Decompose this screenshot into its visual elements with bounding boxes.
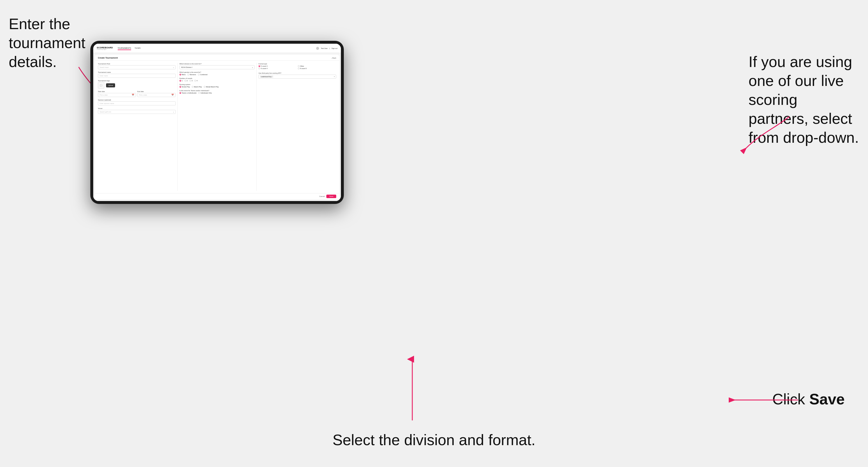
sponsor-input[interactable]: Enter sponsor name: [98, 101, 176, 105]
name-group: Tournament name Enter name: [98, 71, 176, 78]
gender-combined-radio[interactable]: [198, 74, 199, 75]
name-input[interactable]: Enter name: [98, 74, 176, 78]
teams-teams[interactable]: Teams (+Individuals): [180, 92, 197, 94]
format-type-grid: 5 count 4 Other 6 count 4: [258, 65, 336, 69]
cancel-button[interactable]: Cancel: [319, 195, 325, 197]
gender-combined[interactable]: Combined: [198, 74, 208, 75]
gender-mens-radio[interactable]: [180, 74, 181, 75]
navbar-right: Test User | Sign out: [316, 47, 337, 50]
main-content: Create Tournament Back Tournament Host S…: [93, 53, 341, 201]
upload-button[interactable]: Upload: [106, 83, 115, 87]
form-title: Create Tournament: [98, 57, 118, 59]
user-name: Test User: [321, 48, 328, 49]
rounds-3[interactable]: 3: [189, 80, 193, 82]
teams-label: Is this event for Teams and/or Individua…: [180, 90, 255, 91]
format-other[interactable]: Other: [298, 65, 336, 67]
rounds-2-radio[interactable]: [184, 80, 186, 82]
rounds-4[interactable]: 4: [194, 80, 197, 82]
sponsor-group: Sponsor (optional) Enter sponsor name: [98, 99, 176, 105]
arrow-bottomright: [716, 391, 804, 409]
start-date-label: Start date: [98, 91, 136, 92]
end-date-group: End date Pick a date 📅: [137, 91, 176, 97]
host-group: Tournament Host Search team ▾: [98, 63, 176, 69]
live-scoring-select[interactable]: Leaderboard King × ▾: [258, 74, 336, 79]
venue-group: Venue Search golf club ▾: [98, 107, 176, 114]
scoring-stroke[interactable]: Stroke Play: [180, 86, 190, 88]
pipe-separator: |: [329, 48, 330, 49]
scoring-match-radio[interactable]: [192, 86, 193, 88]
form-col-3: Format type 5 count 4 Other: [257, 63, 336, 191]
division-group: Which division is the event for? NCAA Di…: [180, 63, 255, 69]
host-chevron-icon: ▾: [173, 66, 174, 68]
live-scoring-chevron-icon: ▾: [334, 76, 335, 77]
venue-label: Venue: [98, 107, 176, 109]
host-label: Tournament Host: [98, 63, 176, 65]
logo-group: Tournament logo Upload: [98, 80, 176, 89]
rounds-1-radio[interactable]: [180, 80, 181, 82]
calendar-icon-end: 📅: [171, 94, 174, 96]
venue-input[interactable]: Search golf club ▾: [98, 110, 176, 114]
division-label: Which division is the event for?: [180, 63, 255, 65]
form-body: Tournament Host Search team ▾ Tournament…: [95, 61, 339, 193]
navbar: SCOREBOARD Powered by clippd TOURNAMENTS…: [93, 44, 341, 53]
rounds-1[interactable]: 1: [180, 80, 183, 82]
tablet: SCOREBOARD Powered by clippd TOURNAMENTS…: [90, 41, 344, 204]
back-link[interactable]: Back: [331, 57, 336, 59]
rounds-2[interactable]: 2: [184, 80, 188, 82]
gender-womens-radio[interactable]: [187, 74, 189, 75]
teams-individuals[interactable]: Individuals Only: [198, 92, 212, 94]
form-header: Create Tournament Back: [95, 55, 339, 61]
annotation-bottomcenter: Select the division and format.: [332, 431, 536, 449]
arrow-topright: [722, 111, 795, 154]
tag-close-icon[interactable]: ×: [272, 76, 273, 77]
gender-womens[interactable]: Womens: [187, 74, 196, 75]
rounds-4-radio[interactable]: [194, 80, 196, 82]
tab-teams[interactable]: TEAMS: [135, 46, 141, 50]
format-6count5-radio[interactable]: [298, 68, 300, 69]
scoring-label: Scoring system: [180, 84, 255, 85]
brand-sub: Powered by clippd: [97, 49, 113, 50]
rounds-label: Number of rounds: [180, 77, 255, 79]
format-6count4-radio[interactable]: [258, 68, 260, 69]
form-col-2: Which division is the event for? NCAA Di…: [178, 63, 257, 191]
live-scoring-label: Use third-party live scoring API?: [258, 72, 336, 74]
teams-group: Is this event for Teams and/or Individua…: [180, 90, 255, 94]
signout-link[interactable]: Sign out: [332, 48, 337, 49]
form-footer: Cancel Save: [95, 193, 339, 199]
scoring-medal-radio[interactable]: [204, 86, 206, 88]
brand-name: SCOREBOARD: [97, 46, 113, 49]
host-input[interactable]: Search team ▾: [98, 65, 176, 69]
scoring-medal[interactable]: Medal Match Play: [204, 86, 219, 88]
format-type-group: Format type 5 count 4 Other: [258, 63, 336, 69]
division-select[interactable]: NCAA Division I ▾: [180, 65, 255, 69]
logo-placeholder: [98, 82, 104, 89]
teams-individuals-radio[interactable]: [198, 92, 200, 94]
logo-upload-area: Upload: [98, 82, 176, 89]
live-scoring-tag: Leaderboard King ×: [260, 75, 273, 78]
rounds-3-radio[interactable]: [189, 80, 191, 82]
venue-chevron-icon: ▾: [173, 111, 174, 113]
format-6count4[interactable]: 6 count 4: [258, 68, 297, 69]
gender-radio-group: Mens Womens Combined: [180, 74, 255, 75]
user-avatar: [316, 47, 319, 50]
teams-teams-radio[interactable]: [180, 92, 181, 94]
division-chevron-icon: ▾: [252, 66, 253, 68]
live-scoring-tags: Leaderboard King ×: [260, 75, 273, 78]
scoring-match[interactable]: Match Play: [192, 86, 202, 88]
format-5count4-radio[interactable]: [258, 65, 260, 67]
gender-group: Which gender is the event for? Mens Wome…: [180, 71, 255, 75]
format-5count4[interactable]: 5 count 4: [258, 65, 297, 67]
form-col-1: Tournament Host Search team ▾ Tournament…: [98, 63, 178, 191]
tab-tournaments[interactable]: TOURNAMENTS: [118, 46, 131, 50]
start-date-group: Start date Pick a date 📅: [98, 91, 136, 97]
format-other-radio[interactable]: [298, 65, 300, 67]
format-6count5[interactable]: 6 count 5: [298, 68, 336, 69]
teams-radio-group: Teams (+Individuals) Individuals Only: [180, 92, 255, 94]
save-button[interactable]: Save: [326, 195, 336, 198]
gender-label: Which gender is the event for?: [180, 71, 255, 73]
scoring-stroke-radio[interactable]: [180, 86, 181, 88]
gender-mens[interactable]: Mens: [180, 74, 186, 75]
tablet-screen: SCOREBOARD Powered by clippd TOURNAMENTS…: [93, 44, 341, 201]
end-date-input[interactable]: Pick a date 📅: [137, 93, 176, 97]
start-date-input[interactable]: Pick a date 📅: [98, 93, 136, 97]
